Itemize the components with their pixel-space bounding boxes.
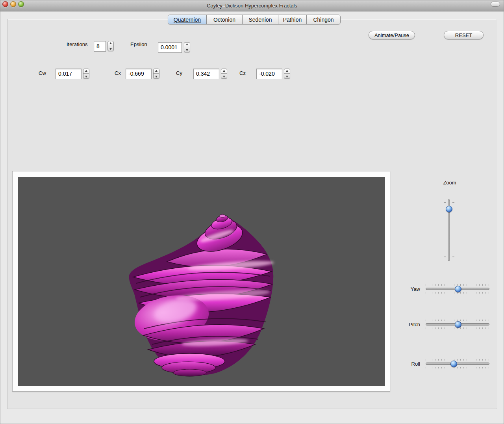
stepper-down-icon[interactable]: [85, 76, 87, 78]
stepper-up-icon[interactable]: [186, 43, 188, 45]
iterations-field[interactable]: 8: [94, 41, 106, 52]
pitch-slider-label: Pitch: [394, 322, 420, 327]
yaw-slider-label: Yaw: [394, 286, 420, 292]
zoom-tick-top-right: [452, 202, 454, 203]
zoom-tick-top-left: [444, 202, 446, 203]
fractal-canvas[interactable]: [18, 177, 385, 386]
stepper-down-icon[interactable]: [155, 76, 158, 78]
roll-slider-thumb[interactable]: [450, 361, 457, 367]
stepper-up-icon[interactable]: [109, 42, 112, 44]
pitch-slider-thumb[interactable]: [455, 321, 461, 328]
zoom-tick-bottom-right: [452, 257, 454, 257]
epsilon-label: Epsilon: [130, 41, 147, 47]
tab-chingon[interactable]: Chingon: [307, 15, 340, 24]
iterations-stepper[interactable]: [107, 41, 114, 51]
tab-octonion[interactable]: Octonion: [207, 15, 243, 24]
animate-pause-button[interactable]: Animate/Pause: [369, 31, 415, 39]
window-title: Cayley–Dickson Hypercomplex Fractals: [0, 3, 504, 9]
zoom-slider-thumb[interactable]: [446, 206, 452, 212]
stepper-down-icon[interactable]: [186, 49, 188, 51]
stepper-up-icon[interactable]: [223, 70, 225, 72]
epsilon-field[interactable]: 0.0001: [158, 42, 182, 53]
stepper-down-icon[interactable]: [223, 76, 225, 78]
roll-ticks-top: [426, 359, 489, 361]
pitch-ticks-bottom: [426, 327, 489, 329]
reset-button[interactable]: RESET: [444, 31, 484, 39]
epsilon-stepper[interactable]: [184, 42, 190, 52]
tab-sedenion[interactable]: Sedenion: [243, 15, 278, 24]
stepper-up-icon[interactable]: [155, 70, 158, 72]
roll-slider-label: Roll: [394, 361, 420, 367]
cy-stepper[interactable]: [221, 69, 227, 79]
cz-field[interactable]: -0.020: [256, 69, 282, 79]
yaw-slider-thumb[interactable]: [455, 286, 461, 292]
stepper-up-icon[interactable]: [286, 70, 288, 72]
cw-field[interactable]: 0.017: [56, 69, 82, 79]
cw-stepper[interactable]: [83, 69, 89, 79]
tab-quaternion[interactable]: Quaternion: [168, 15, 207, 24]
cy-field[interactable]: 0.342: [193, 69, 219, 79]
zoom-slider[interactable]: [448, 199, 450, 261]
app-window: Cayley–Dickson Hypercomplex Fractals Qua…: [0, 0, 504, 424]
cy-label: Cy: [176, 70, 182, 76]
yaw-ticks-bottom: [426, 292, 489, 294]
stepper-down-icon[interactable]: [109, 48, 112, 50]
render-frame: [12, 171, 390, 392]
roll-ticks-bottom: [426, 367, 489, 368]
quaternion-fractal-render: [18, 177, 385, 386]
fractal-type-tabs: Quaternion Octonion Sedenion Pathion Chi…: [168, 15, 341, 24]
tab-pathion[interactable]: Pathion: [278, 15, 307, 24]
stepper-down-icon[interactable]: [286, 76, 288, 78]
toolbar-pill-button[interactable]: [491, 2, 500, 7]
yaw-slider[interactable]: [426, 288, 489, 290]
cx-stepper[interactable]: [153, 69, 159, 79]
cz-stepper[interactable]: [284, 69, 290, 79]
zoom-tick-bottom-left: [444, 257, 446, 257]
stepper-up-icon[interactable]: [85, 70, 87, 72]
iterations-label: Iterations: [67, 41, 87, 47]
roll-slider[interactable]: [426, 363, 489, 365]
cx-field[interactable]: -0.669: [126, 69, 152, 79]
title-bar: Cayley–Dickson Hypercomplex Fractals: [0, 0, 504, 11]
zoom-slider-label: Zoom: [442, 180, 458, 186]
cw-label: Cw: [39, 70, 46, 76]
cx-label: Cx: [115, 70, 121, 76]
pitch-slider[interactable]: [426, 323, 489, 325]
cz-label: Cz: [239, 70, 246, 76]
